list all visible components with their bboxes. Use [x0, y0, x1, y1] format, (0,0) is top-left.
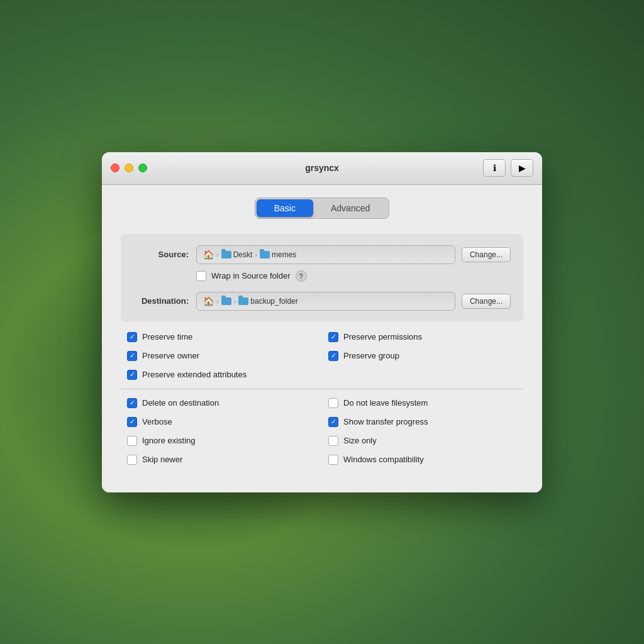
checkbox-preserve-group[interactable]: ✓	[328, 351, 338, 361]
checkbox-item-preserve-time[interactable]: ✓Preserve time	[127, 332, 316, 342]
dest-home-icon: 🏠	[203, 296, 214, 306]
checkbox-item-preserve-group[interactable]: ✓Preserve group	[328, 351, 517, 361]
checkbox-label-do-not-leave-filesystem: Do not leave filesystem	[343, 398, 428, 408]
checkbox-grid-2: ✓Delete on destinationDo not leave files…	[127, 398, 517, 465]
checkbox-item-preserve-owner[interactable]: ✓Preserve owner	[127, 351, 316, 361]
source-path1: Deskt	[233, 250, 253, 259]
checkbox-show-transfer-progress[interactable]: ✓	[328, 417, 338, 427]
run-button[interactable]: ▶	[511, 159, 533, 177]
checkbox-windows-compatibility[interactable]	[328, 455, 338, 465]
checkbox-label-preserve-owner: Preserve owner	[142, 351, 199, 360]
checkbox-item-preserve-permissions[interactable]: ✓Preserve permissions	[328, 332, 517, 342]
checkbox-label-verbose: Verbose	[142, 417, 172, 426]
source-path-box[interactable]: 🏠 › Deskt › memes	[196, 245, 455, 264]
destination-change-button[interactable]: Change...	[462, 294, 511, 309]
segmented-control: Basic Advanced	[121, 197, 523, 219]
checkbox-item-ignore-existing[interactable]: Ignore existing	[127, 436, 316, 446]
checkbox-skip-newer[interactable]	[127, 455, 137, 465]
dest-path2: backup_folder	[250, 297, 297, 306]
traffic-lights	[111, 164, 147, 172]
destination-label: Destination:	[133, 296, 196, 306]
checkbox-preserve-owner[interactable]: ✓	[127, 351, 137, 361]
checkbox-label-ignore-existing: Ignore existing	[142, 436, 196, 445]
source-sep2: ›	[255, 251, 257, 258]
checkbox-item-skip-newer[interactable]: Skip newer	[127, 455, 316, 465]
dest-folder1	[221, 297, 231, 305]
checkbox-delete-on-destination[interactable]: ✓	[127, 398, 137, 408]
wrap-source-label: Wrap in Source folder	[211, 271, 291, 280]
info-icon: ℹ	[493, 163, 496, 173]
checkbox-do-not-leave-filesystem[interactable]	[328, 398, 338, 408]
checkbox-verbose[interactable]: ✓	[127, 417, 137, 427]
destination-row: Destination: 🏠 › › backup_folder Change.…	[133, 292, 511, 311]
checkbox-label-delete-on-destination: Delete on destination	[142, 398, 219, 408]
maximize-button[interactable]	[138, 164, 147, 172]
main-window: grsyncx ℹ ▶ Basic Advanced Source: 🏠	[102, 152, 542, 492]
checkbox-preserve-extended[interactable]: ✓	[127, 370, 137, 380]
info-button[interactable]: ℹ	[483, 159, 506, 177]
source-label: Source:	[133, 250, 196, 259]
checkbox-item-verbose[interactable]: ✓Verbose	[127, 417, 316, 427]
checkbox-grid-1: ✓Preserve time✓Preserve permissions✓Pres…	[127, 332, 517, 361]
dest-folder2: backup_folder	[238, 297, 297, 306]
folder-icon-3	[221, 297, 231, 305]
checkbox-label-skip-newer: Skip newer	[142, 455, 182, 464]
tab-basic[interactable]: Basic	[257, 199, 313, 217]
source-folder1: Deskt	[221, 250, 253, 259]
checkbox-preserve-time[interactable]: ✓	[127, 332, 137, 342]
checkbox-label-preserve-permissions: Preserve permissions	[343, 332, 422, 341]
folder-icon-4	[238, 297, 248, 305]
checkbox-preserve-permissions[interactable]: ✓	[328, 332, 338, 342]
dest-sep1: ›	[216, 297, 219, 305]
window-title: grsyncx	[305, 163, 339, 173]
tab-advanced[interactable]: Advanced	[313, 199, 387, 217]
source-path2: memes	[272, 250, 296, 259]
checkbox-item-show-transfer-progress[interactable]: ✓Show transfer progress	[328, 417, 517, 427]
checkbox-item-preserve-extended[interactable]: ✓Preserve extended attributes	[127, 370, 517, 380]
source-change-button[interactable]: Change...	[462, 247, 511, 262]
checkboxes-group2-section: ✓Delete on destinationDo not leave files…	[121, 398, 523, 465]
checkboxes-group1-section: ✓Preserve time✓Preserve permissions✓Pres…	[121, 332, 523, 380]
source-sep1: ›	[216, 251, 219, 258]
checkbox-label-show-transfer-progress: Show transfer progress	[343, 417, 428, 426]
source-row: Source: 🏠 › Deskt › memes Change...	[133, 245, 511, 264]
titlebar: grsyncx ℹ ▶	[102, 152, 542, 185]
checkbox-item-do-not-leave-filesystem[interactable]: Do not leave filesystem	[328, 398, 517, 408]
form-area: Source: 🏠 › Deskt › memes Change...	[121, 234, 523, 322]
folder-icon-1	[221, 251, 231, 258]
wrap-source-checkbox[interactable]	[196, 271, 206, 281]
divider-1	[121, 389, 523, 389]
checkbox-label-windows-compatibility: Windows compatibility	[343, 455, 424, 464]
checkbox-item-size-only[interactable]: Size only	[328, 436, 517, 446]
dest-sep2: ›	[234, 297, 236, 305]
titlebar-buttons: ℹ ▶	[483, 159, 533, 177]
checkbox-label-preserve-extended: Preserve extended attributes	[142, 370, 247, 379]
source-home-icon: 🏠	[203, 250, 214, 260]
content-area: Basic Advanced Source: 🏠 › Deskt ›	[102, 185, 542, 492]
wrap-source-help[interactable]: ?	[296, 270, 307, 282]
checkbox-single-1: ✓Preserve extended attributes	[127, 370, 517, 380]
checkbox-label-size-only: Size only	[343, 436, 377, 445]
checkbox-item-windows-compatibility[interactable]: Windows compatibility	[328, 455, 517, 465]
run-icon: ▶	[519, 163, 526, 173]
minimize-button[interactable]	[125, 164, 133, 172]
checkbox-size-only[interactable]	[328, 436, 338, 446]
checkbox-item-delete-on-destination[interactable]: ✓Delete on destination	[127, 398, 316, 408]
folder-icon-2	[260, 251, 270, 258]
checkbox-ignore-existing[interactable]	[127, 436, 137, 446]
wrap-source-row: Wrap in Source folder ?	[133, 270, 511, 282]
tab-group: Basic Advanced	[255, 197, 390, 219]
destination-path-box[interactable]: 🏠 › › backup_folder	[196, 292, 455, 311]
checkbox-label-preserve-group: Preserve group	[343, 351, 399, 360]
close-button[interactable]	[111, 164, 119, 172]
source-folder2: memes	[260, 250, 296, 259]
checkbox-label-preserve-time: Preserve time	[142, 332, 192, 341]
